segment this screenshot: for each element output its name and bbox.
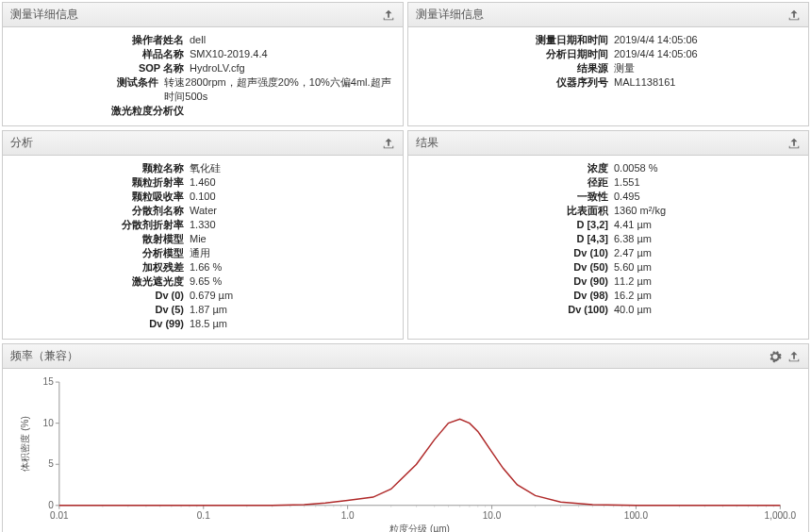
panel-results: 结果 浓度0.0058 %径距1.551一致性0.495比表面积1360 m²/…: [407, 130, 809, 340]
kv-row: 激光遮光度9.65 %: [10, 274, 395, 289]
kv-row: Dv (0)0.679 µm: [10, 289, 395, 303]
kv-row: D [3,2]4.41 µm: [416, 218, 801, 232]
panel-header: 测量详细信息: [408, 3, 808, 27]
kv-value: 转速2800rpm，超声强度20%，10%六偏4ml.超声时间500s: [164, 75, 395, 104]
panel-frequency-chart: 频率（兼容） 0510150.010.11.010.0100.01,000.0粒…: [2, 343, 809, 532]
kv-row: 测量日期和时间2019/4/4 14:05:06: [416, 33, 801, 47]
kv-value: 0.100: [190, 190, 216, 204]
kv-row: Dv (98)16.2 µm: [416, 289, 801, 303]
panel-header: 分析: [3, 131, 403, 156]
panel-header: 结果: [408, 131, 808, 156]
panel-measurement-info-right: 测量详细信息 测量日期和时间2019/4/4 14:05:06分析日期时间201…: [407, 2, 809, 126]
kv-value: 1.551: [614, 175, 640, 190]
kv-value: 6.38 µm: [614, 232, 652, 246]
kv-row: 样品名称SMX10-2019.4.4: [10, 47, 395, 61]
panel-body-mid-right: 浓度0.0058 %径距1.551一致性0.495比表面积1360 m²/kgD…: [408, 156, 808, 324]
kv-row: 散射模型Mie: [10, 232, 395, 246]
kv-label: 测量日期和时间: [416, 33, 614, 47]
kv-value: 1.460: [190, 175, 216, 190]
kv-label: 径距: [416, 175, 614, 190]
kv-label: 浓度: [416, 161, 614, 175]
kv-value: 4.41 µm: [614, 218, 652, 232]
kv-label: 分析模型: [10, 246, 190, 260]
kv-value: SMX10-2019.4.4: [190, 47, 268, 61]
panel-title: 频率（兼容）: [10, 348, 78, 364]
kv-row: Dv (5)1.87 µm: [10, 303, 395, 317]
kv-label: SOP 名称: [10, 61, 190, 75]
kv-row: SOP 名称HydroLV.cfg: [10, 61, 395, 75]
svg-text:15: 15: [43, 376, 55, 387]
kv-row: D [4,3]6.38 µm: [416, 232, 801, 246]
export-icon[interactable]: [382, 8, 395, 22]
kv-row: 分析模型通用: [10, 246, 395, 260]
kv-row: 一致性0.495: [416, 190, 801, 204]
kv-label: 仪器序列号: [416, 75, 614, 90]
kv-row: 激光粒度分析仪: [10, 104, 395, 118]
kv-value: 0.0058 %: [614, 161, 657, 175]
kv-row: 颗粒折射率1.460: [10, 175, 395, 190]
kv-row: 颗粒吸收率0.100: [10, 190, 395, 204]
kv-value: 11.2 µm: [614, 274, 652, 289]
svg-text:0.1: 0.1: [197, 510, 210, 521]
panel-header: 频率（兼容）: [3, 344, 808, 369]
app-root: 测量详细信息 操作者姓名dell样品名称SMX10-2019.4.4SOP 名称…: [0, 0, 811, 532]
kv-label: 激光遮光度: [10, 274, 190, 289]
kv-row: 加权残差1.66 %: [10, 260, 395, 274]
svg-text:10: 10: [43, 418, 55, 428]
panel-measurement-info-left: 测量详细信息 操作者姓名dell样品名称SMX10-2019.4.4SOP 名称…: [2, 2, 404, 126]
kv-label: 分散剂名称: [10, 204, 190, 218]
export-icon[interactable]: [382, 137, 395, 150]
kv-row: 操作者姓名dell: [10, 33, 395, 47]
kv-row: Dv (100)40.0 µm: [416, 303, 801, 317]
kv-label: D [4,3]: [416, 232, 614, 246]
kv-label: 颗粒吸收率: [10, 190, 190, 204]
panel-analysis: 分析 颗粒名称氧化硅颗粒折射率1.460颗粒吸收率0.100分散剂名称Water…: [2, 130, 404, 340]
kv-label: D [3,2]: [416, 218, 614, 232]
kv-value: MAL1138161: [614, 75, 675, 90]
kv-row: 径距1.551: [416, 175, 801, 190]
panel-title: 结果: [416, 135, 439, 151]
kv-label: 操作者姓名: [10, 33, 190, 47]
panel-body-top-right: 测量日期和时间2019/4/4 14:05:06分析日期时间2019/4/4 1…: [408, 27, 808, 97]
gear-icon[interactable]: [769, 350, 782, 363]
panel-body-mid-left: 颗粒名称氧化硅颗粒折射率1.460颗粒吸收率0.100分散剂名称Water分散剂…: [3, 156, 403, 339]
export-icon[interactable]: [787, 8, 801, 22]
kv-row: Dv (50)5.60 µm: [416, 260, 801, 274]
kv-row: 颗粒名称氧化硅: [10, 161, 395, 175]
kv-label: 散射模型: [10, 232, 190, 246]
kv-row: Dv (90)11.2 µm: [416, 274, 801, 289]
export-icon[interactable]: [787, 137, 801, 150]
kv-value: 2019/4/4 14:05:06: [614, 47, 698, 61]
svg-text:1.0: 1.0: [341, 510, 355, 521]
kv-value: 9.65 %: [190, 274, 222, 289]
kv-value: 18.5 µm: [190, 317, 227, 331]
kv-value: 2.47 µm: [614, 246, 652, 260]
kv-value: 5.60 µm: [614, 260, 652, 274]
top-row: 测量详细信息 操作者姓名dell样品名称SMX10-2019.4.4SOP 名称…: [0, 0, 811, 128]
kv-label: 分散剂折射率: [10, 218, 190, 232]
kv-label: 加权残差: [10, 260, 190, 274]
kv-label: 颗粒折射率: [10, 175, 190, 190]
svg-text:5: 5: [48, 458, 54, 469]
kv-label: 样品名称: [10, 47, 190, 61]
svg-text:粒度分级 (µm): 粒度分级 (µm): [389, 524, 450, 532]
kv-value: 氧化硅: [190, 161, 221, 175]
kv-label: 颗粒名称: [10, 161, 190, 175]
kv-value: dell: [190, 33, 206, 47]
kv-label: 分析日期时间: [416, 47, 614, 61]
kv-label: Dv (99): [10, 317, 190, 331]
kv-value: 1.330: [190, 218, 216, 232]
export-icon[interactable]: [787, 350, 801, 363]
kv-value: 1360 m²/kg: [614, 204, 666, 218]
kv-label: Dv (100): [416, 303, 614, 317]
frequency-chart-svg: 0510150.010.11.010.0100.01,000.0粒度分级 (µm…: [12, 373, 799, 532]
kv-row: 分析日期时间2019/4/4 14:05:06: [416, 47, 801, 61]
kv-row: Dv (99)18.5 µm: [10, 317, 395, 331]
kv-row: 仪器序列号MAL1138161: [416, 75, 801, 90]
kv-row: Dv (10)2.47 µm: [416, 246, 801, 260]
kv-row: 结果源测量: [416, 61, 801, 75]
kv-row: 分散剂名称Water: [10, 204, 395, 218]
kv-row: 测试条件转速2800rpm，超声强度20%，10%六偏4ml.超声时间500s: [10, 75, 395, 104]
kv-label: Dv (10): [416, 246, 614, 260]
panel-title: 测量详细信息: [416, 7, 484, 23]
